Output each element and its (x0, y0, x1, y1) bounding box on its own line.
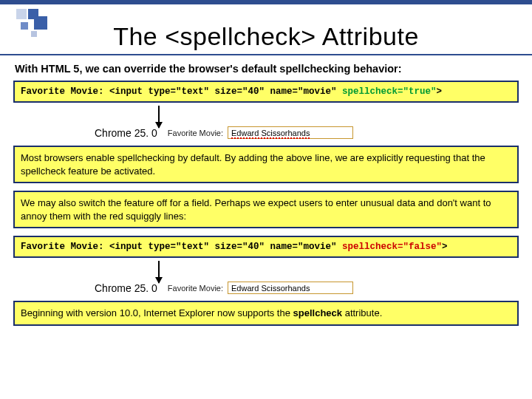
demo-value: Edward Scissorhands (231, 129, 310, 139)
code-attr-false: spellcheck="false" (342, 242, 442, 252)
code-post: > (437, 86, 443, 97)
info-box-1: Most browsers enable spellchecking by de… (13, 146, 519, 183)
box3-pre: Beginning with version 10.0, Internet Ex… (21, 307, 293, 318)
chrome-demo-2: Chrome 25. 0 Favorite Movie: Edward Scis… (95, 282, 353, 294)
code-attr-true: spellcheck="true" (342, 86, 437, 97)
code-box-false: Favorite Movie: <input type="text" size=… (13, 236, 519, 258)
chrome-demo-1: Chrome 25. 0 Favorite Movie: Edward Scis… (95, 126, 353, 139)
arrow-row-1: Chrome 25. 0 Favorite Movie: Edward Scis… (13, 107, 519, 141)
info-box-2: We may also switch the feature off for a… (13, 191, 519, 228)
code-post-2: > (442, 242, 448, 252)
code-box-true: Favorite Movie: <input type="text" size=… (13, 81, 519, 103)
info-box-3: Beginning with version 10.0, Internet Ex… (13, 301, 519, 326)
demo-input-spellchecked: Edward Scissorhands (228, 126, 353, 139)
slide: The <spellcheck> Attribute With HTML 5, … (0, 0, 532, 399)
intro-text: With HTML 5, we can override the browser… (15, 63, 517, 75)
code-pre: Favorite Movie: <input type="text" size=… (21, 86, 342, 97)
chrome-label: Chrome 25. 0 (95, 127, 157, 139)
top-rule (0, 0, 532, 4)
code-pre-2: Favorite Movie: <input type="text" size=… (21, 242, 342, 252)
demo-field-true: Favorite Movie: Edward Scissorhands (168, 126, 353, 139)
chrome-label-2: Chrome 25. 0 (95, 282, 157, 294)
demo-value-2: Edward Scissorhands (231, 284, 310, 293)
box3-post: attribute. (342, 307, 382, 318)
demo-label: Favorite Movie: (168, 129, 223, 137)
arrow-down-icon (158, 106, 160, 128)
arrow-down-icon (158, 261, 160, 283)
arrow-row-2: Chrome 25. 0 Favorite Movie: Edward Scis… (13, 262, 519, 296)
demo-label-2: Favorite Movie: (168, 284, 223, 293)
demo-input-plain: Edward Scissorhands (228, 282, 353, 294)
title-rule (0, 54, 532, 55)
page-title: The <spellcheck> Attribute (13, 22, 519, 51)
box3-strong: spellcheck (293, 307, 343, 318)
decorative-squares (16, 9, 68, 38)
demo-field-false: Favorite Movie: Edward Scissorhands (168, 282, 353, 294)
